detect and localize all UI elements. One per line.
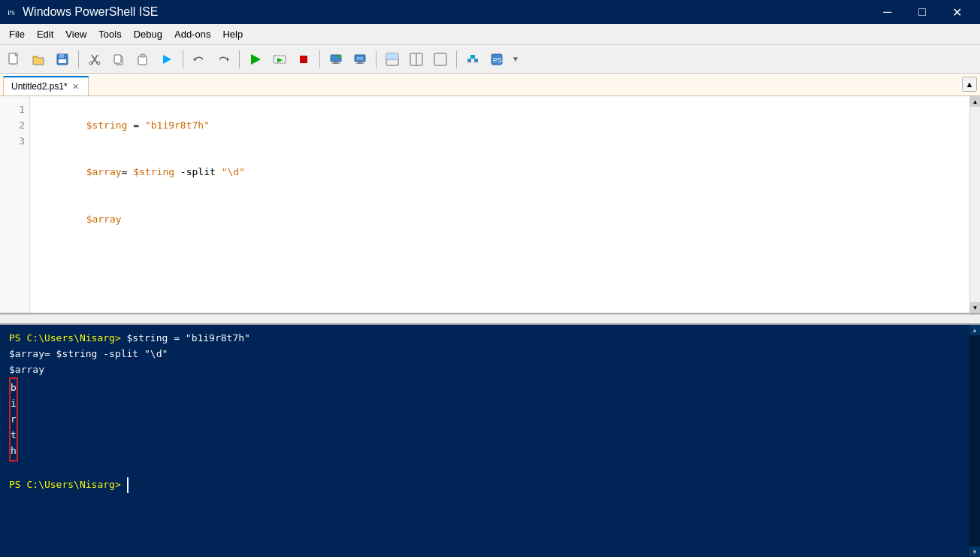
- svg-rect-13: [141, 54, 145, 57]
- console-line-1: PS C:\Users\Nisarg> $string = "b1i9r8t7h…: [9, 331, 971, 347]
- code-var-1: $string: [86, 120, 128, 131]
- console-cmd-1: $string = "b1i9r8t7h": [127, 332, 250, 344]
- svg-text:PS: PS: [357, 56, 363, 61]
- copy-button[interactable]: [107, 48, 130, 71]
- console-line-2: $array= $string -split "\d": [9, 347, 971, 362]
- svg-rect-23: [332, 63, 340, 64]
- line-number-1: 1: [5, 102, 25, 118]
- menu-help[interactable]: Help: [216, 26, 249, 43]
- tab-close-button[interactable]: ✕: [71, 81, 80, 92]
- line-number-3: 3: [5, 134, 25, 150]
- separator-5: [376, 50, 377, 68]
- svg-rect-31: [386, 53, 398, 59]
- code-editor[interactable]: $string = "b1i9r8t7h" $array= $string -s…: [30, 96, 969, 313]
- scroll-down-arrow[interactable]: ▼: [970, 302, 981, 313]
- menu-tools[interactable]: Tools: [92, 26, 127, 43]
- dropdown-button[interactable]: ▼: [510, 48, 522, 71]
- close-button[interactable]: ✕: [939, 0, 974, 24]
- editor-hscroll[interactable]: [0, 314, 980, 325]
- svg-rect-26: [358, 62, 362, 63]
- pane3-button[interactable]: [429, 48, 452, 71]
- redo-button[interactable]: [212, 48, 234, 71]
- undo-button[interactable]: [188, 48, 210, 71]
- svg-marker-15: [193, 57, 195, 62]
- highlighted-output: b i r t h: [9, 377, 18, 462]
- console-line-blank: [9, 462, 971, 477]
- cursor: [127, 477, 129, 493]
- save-button[interactable]: [51, 48, 74, 71]
- menu-addons[interactable]: Add-ons: [168, 26, 216, 43]
- svg-marker-14: [163, 55, 171, 64]
- console-output-t: t: [11, 428, 17, 443]
- scroll-up-arrow[interactable]: ▲: [970, 96, 981, 107]
- scroll-track[interactable]: [970, 107, 980, 302]
- code-str-2: "\d": [222, 166, 245, 177]
- line-number-2: 2: [5, 118, 25, 134]
- title-bar-left: PS Windows PowerShell ISE: [6, 5, 159, 19]
- separator-2: [183, 50, 183, 68]
- toolbar: PS PS ▼: [0, 45, 980, 74]
- svg-rect-36: [474, 59, 478, 62]
- menu-file[interactable]: File: [3, 26, 31, 43]
- menu-bar: File Edit View Tools Debug Add-ons Help: [0, 24, 980, 45]
- maximize-button[interactable]: □: [905, 0, 939, 24]
- editor-scrollbar[interactable]: ▲ ▼: [969, 96, 980, 313]
- svg-rect-34: [434, 53, 446, 65]
- tab-scroll-button[interactable]: ▲: [962, 77, 977, 92]
- editor-area: 1 2 3 $string = "b1i9r8t7h" $array= $str…: [0, 96, 980, 314]
- cut-button[interactable]: [83, 48, 106, 71]
- menu-edit[interactable]: Edit: [31, 26, 59, 43]
- svg-rect-35: [467, 59, 471, 62]
- svg-rect-5: [59, 59, 66, 63]
- console-content[interactable]: PS C:\Users\Nisarg> $string = "b1i9r8t7h…: [0, 325, 980, 557]
- code-var-4: $array: [86, 213, 122, 225]
- code-line-2: $array= $string -split "\d": [39, 149, 960, 195]
- remote2-button[interactable]: PS: [349, 48, 371, 71]
- svg-rect-4: [59, 54, 64, 58]
- separator-3: [239, 50, 240, 68]
- code-var-2: $array: [86, 166, 122, 177]
- svg-rect-20: [300, 56, 307, 63]
- remote1-button[interactable]: [325, 48, 347, 71]
- run-button[interactable]: [244, 48, 267, 71]
- svg-text:PS: PS: [8, 9, 15, 17]
- stop-button[interactable]: [292, 48, 315, 71]
- console-output-i: i: [11, 396, 17, 412]
- minimize-button[interactable]: ─: [870, 0, 905, 24]
- open-button[interactable]: [27, 48, 50, 71]
- console-line-3: $array: [9, 362, 971, 378]
- console-scroll-down[interactable]: ▼: [969, 546, 980, 557]
- svg-rect-27: [356, 63, 364, 64]
- menu-view[interactable]: View: [59, 26, 92, 43]
- separator-4: [319, 50, 320, 68]
- svg-rect-12: [138, 56, 147, 65]
- line-numbers: 1 2 3: [0, 96, 30, 313]
- addon1-button[interactable]: [461, 48, 484, 71]
- run-selection-button[interactable]: [268, 48, 291, 71]
- tab-label: Untitled2.ps1*: [11, 81, 68, 92]
- title-bar: PS Windows PowerShell ISE ─ □ ✕: [0, 0, 980, 24]
- svg-rect-11: [114, 55, 121, 63]
- tab-untitled2[interactable]: Untitled2.ps1* ✕: [3, 76, 89, 95]
- console-scroll-up[interactable]: ▲: [969, 325, 980, 335]
- pane2-button[interactable]: [405, 48, 428, 71]
- svg-rect-22: [334, 62, 338, 63]
- code-str-1: "b1i9r8t7h": [145, 120, 210, 131]
- tab-bar: Untitled2.ps1* ✕ ▲: [0, 74, 980, 96]
- code-line-3: $array: [39, 196, 960, 243]
- console-scrollbar[interactable]: ▲ ▼: [969, 325, 980, 557]
- separator-1: [78, 50, 79, 68]
- code-line-1: $string = "b1i9r8t7h": [39, 102, 960, 149]
- new-button[interactable]: [3, 48, 26, 71]
- separator-6: [456, 50, 457, 68]
- script-runner-button[interactable]: [156, 48, 178, 71]
- console-output-r: r: [11, 412, 17, 428]
- addon2-button[interactable]: PS: [485, 48, 508, 71]
- title-bar-controls[interactable]: ─ □ ✕: [870, 0, 974, 24]
- title-bar-title: Windows PowerShell ISE: [23, 5, 159, 19]
- console-prompt-end: PS C:\Users\Nisarg>: [9, 477, 971, 493]
- menu-debug[interactable]: Debug: [128, 26, 168, 43]
- paste-button[interactable]: [132, 48, 154, 71]
- pane1-button[interactable]: [381, 48, 404, 71]
- main-container: Untitled2.ps1* ✕ ▲ 1 2 3 $string = "b1i9…: [0, 74, 980, 557]
